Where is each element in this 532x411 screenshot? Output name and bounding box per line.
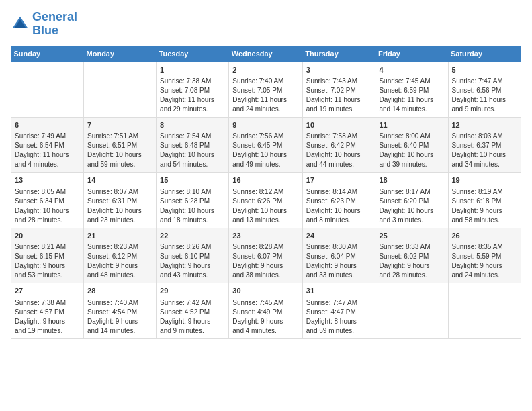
day-info-line: and 19 minutes. xyxy=(306,105,372,114)
calendar-week-row: 6Sunrise: 7:49 AMSunset: 6:54 PMDaylight… xyxy=(11,117,521,172)
day-number: 1 xyxy=(160,65,225,75)
calendar-cell: 18Sunrise: 8:17 AMSunset: 6:20 PMDayligh… xyxy=(375,173,448,228)
day-info-line: Sunset: 6:45 PM xyxy=(232,141,299,150)
day-info-line: Sunrise: 7:47 AM xyxy=(452,77,518,86)
day-info-line: Sunrise: 8:07 AM xyxy=(87,187,152,197)
day-info-line: Sunset: 6:23 PM xyxy=(306,197,372,206)
day-number: 19 xyxy=(452,175,518,185)
calendar-cell xyxy=(11,62,84,117)
day-info-line: Sunrise: 7:54 AM xyxy=(160,132,225,141)
day-number: 14 xyxy=(87,175,152,185)
logo-icon xyxy=(11,15,30,34)
day-info-line: Sunset: 4:57 PM xyxy=(15,308,80,317)
day-info-line: Sunset: 6:20 PM xyxy=(379,197,444,206)
day-info-line: and 4 minutes. xyxy=(15,160,80,169)
day-info-line: and 48 minutes. xyxy=(87,271,152,280)
day-info-line: Daylight: 9 hours xyxy=(232,261,299,271)
day-info-line: Sunrise: 8:10 AM xyxy=(160,187,225,197)
day-number: 26 xyxy=(452,231,518,241)
day-info-line: Daylight: 10 hours xyxy=(87,150,152,160)
day-info-line: Sunset: 6:59 PM xyxy=(379,86,444,95)
day-info-line: Daylight: 9 hours xyxy=(160,317,225,326)
calendar-cell xyxy=(375,283,448,338)
day-number: 23 xyxy=(232,231,299,241)
day-number: 29 xyxy=(160,286,225,296)
day-number: 9 xyxy=(232,120,299,130)
day-info-line: Daylight: 9 hours xyxy=(15,317,80,326)
day-info-line: Sunrise: 7:51 AM xyxy=(87,132,152,141)
calendar-cell: 8Sunrise: 7:54 AMSunset: 6:48 PMDaylight… xyxy=(157,117,229,172)
day-info-line: and 28 minutes. xyxy=(15,216,80,225)
day-info-line: and 9 minutes. xyxy=(452,105,518,114)
day-info-line: Sunrise: 7:49 AM xyxy=(15,132,80,141)
day-info-line: and 9 minutes. xyxy=(160,326,225,336)
day-number: 13 xyxy=(15,175,80,185)
day-info-line: Daylight: 10 hours xyxy=(379,150,444,160)
weekday-header-monday: Monday xyxy=(84,46,157,62)
day-info-line: Daylight: 9 hours xyxy=(15,261,80,271)
day-info-line: Sunset: 6:18 PM xyxy=(452,197,518,206)
day-number: 11 xyxy=(379,120,444,130)
day-info-line: and 14 minutes. xyxy=(87,326,152,336)
calendar-cell: 13Sunrise: 8:05 AMSunset: 6:34 PMDayligh… xyxy=(11,173,84,228)
day-info-line: Sunset: 6:04 PM xyxy=(306,252,372,261)
day-info-line: Sunset: 6:10 PM xyxy=(160,252,225,261)
day-info-line: Sunrise: 8:28 AM xyxy=(232,242,299,252)
calendar-cell: 17Sunrise: 8:14 AMSunset: 6:23 PMDayligh… xyxy=(302,173,375,228)
calendar-cell xyxy=(448,283,521,338)
day-info-line: Sunrise: 8:05 AM xyxy=(15,187,80,197)
day-info-line: and 8 minutes. xyxy=(306,216,372,225)
day-info-line: Sunset: 5:59 PM xyxy=(452,252,518,261)
logo-text: General Blue xyxy=(32,11,77,38)
day-info-line: Daylight: 10 hours xyxy=(379,206,444,216)
day-info-line: Daylight: 9 hours xyxy=(232,317,299,326)
day-number: 27 xyxy=(15,286,80,296)
calendar-week-row: 27Sunrise: 7:38 AMSunset: 4:57 PMDayligh… xyxy=(11,283,521,338)
day-info-line: Sunset: 6:37 PM xyxy=(452,141,518,150)
calendar-table: SundayMondayTuesdayWednesdayThursdayFrid… xyxy=(11,46,521,339)
day-info-line: Sunset: 4:49 PM xyxy=(232,308,299,317)
day-info-line: Daylight: 9 hours xyxy=(87,261,152,271)
calendar-cell: 6Sunrise: 7:49 AMSunset: 6:54 PMDaylight… xyxy=(11,117,84,172)
day-info-line: Sunrise: 7:45 AM xyxy=(232,298,299,308)
page-header: General Blue xyxy=(11,11,521,38)
day-info-line: Sunrise: 7:40 AM xyxy=(87,298,152,308)
day-info-line: and 33 minutes. xyxy=(306,271,372,280)
day-info-line: Sunrise: 7:38 AM xyxy=(15,298,80,308)
day-info-line: Daylight: 10 hours xyxy=(452,150,518,160)
day-info-line: Sunrise: 8:26 AM xyxy=(160,242,225,252)
calendar-cell: 14Sunrise: 8:07 AMSunset: 6:31 PMDayligh… xyxy=(84,173,157,228)
calendar-cell: 31Sunrise: 7:47 AMSunset: 4:47 PMDayligh… xyxy=(302,283,375,338)
calendar-week-row: 1Sunrise: 7:38 AMSunset: 7:08 PMDaylight… xyxy=(11,62,521,117)
day-info-line: Daylight: 11 hours xyxy=(160,95,225,105)
day-info-line: Sunrise: 7:38 AM xyxy=(160,77,225,86)
day-info-line: Sunset: 6:28 PM xyxy=(160,197,225,206)
day-number: 30 xyxy=(232,286,299,296)
day-info-line: and 34 minutes. xyxy=(452,160,518,169)
day-info-line: Daylight: 11 hours xyxy=(379,95,444,105)
day-number: 7 xyxy=(87,120,152,130)
day-number: 25 xyxy=(379,231,444,241)
day-info-line: and 28 minutes. xyxy=(379,271,444,280)
day-info-line: Sunset: 6:48 PM xyxy=(160,141,225,150)
day-info-line: Sunrise: 8:21 AM xyxy=(15,242,80,252)
calendar-cell: 2Sunrise: 7:40 AMSunset: 7:05 PMDaylight… xyxy=(229,62,303,117)
calendar-cell: 3Sunrise: 7:43 AMSunset: 7:02 PMDaylight… xyxy=(302,62,375,117)
weekday-header-saturday: Saturday xyxy=(448,46,521,62)
day-info-line: Sunset: 6:15 PM xyxy=(15,252,80,261)
calendar-cell: 11Sunrise: 8:00 AMSunset: 6:40 PMDayligh… xyxy=(375,117,448,172)
day-number: 17 xyxy=(306,175,372,185)
calendar-cell: 30Sunrise: 7:45 AMSunset: 4:49 PMDayligh… xyxy=(229,283,303,338)
calendar-cell: 7Sunrise: 7:51 AMSunset: 6:51 PMDaylight… xyxy=(84,117,157,172)
calendar-cell: 24Sunrise: 8:30 AMSunset: 6:04 PMDayligh… xyxy=(302,228,375,283)
day-info-line: Daylight: 9 hours xyxy=(87,317,152,326)
day-info-line: Sunset: 4:54 PM xyxy=(87,308,152,317)
day-number: 12 xyxy=(452,120,518,130)
calendar-cell xyxy=(84,62,157,117)
calendar-cell: 1Sunrise: 7:38 AMSunset: 7:08 PMDaylight… xyxy=(157,62,229,117)
day-info-line: Sunrise: 7:42 AM xyxy=(160,298,225,308)
day-number: 31 xyxy=(306,286,372,296)
day-info-line: Daylight: 10 hours xyxy=(306,206,372,216)
calendar-cell: 29Sunrise: 7:42 AMSunset: 4:52 PMDayligh… xyxy=(157,283,229,338)
day-info-line: Sunset: 7:02 PM xyxy=(306,86,372,95)
